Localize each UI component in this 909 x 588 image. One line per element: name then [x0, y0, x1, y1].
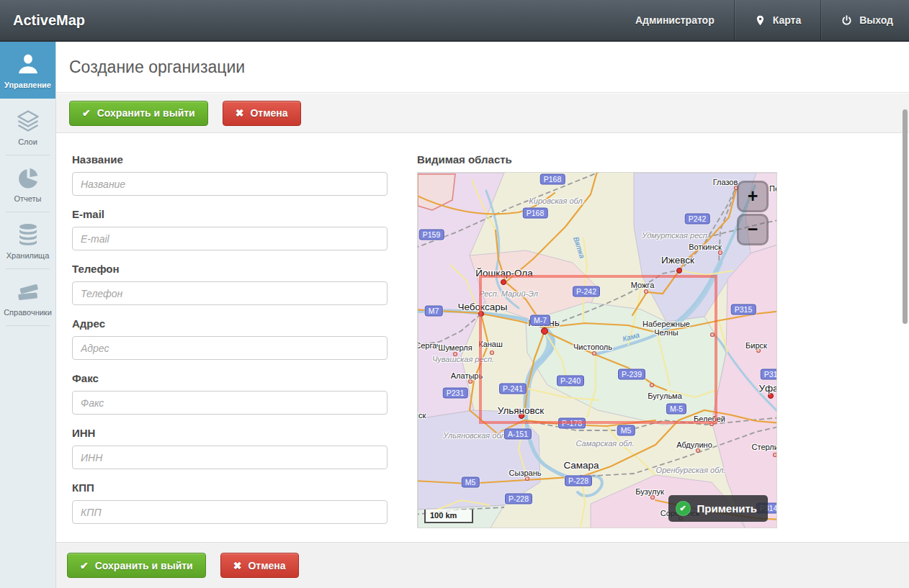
road-badge: Р315 — [761, 369, 777, 380]
road-badge: Р315 — [731, 304, 756, 315]
sidebar-item-management[interactable]: Управление — [0, 42, 55, 99]
map-city-label: Бирск — [745, 341, 767, 350]
sidebar-item-reports[interactable]: Отчеты — [0, 155, 55, 212]
map-region-label: Самарская обл. — [576, 439, 634, 448]
form-content: Название E-mail Телефон Адрес Факс — [56, 134, 909, 542]
map-river-label: Вятка — [572, 236, 586, 260]
kpp-input[interactable] — [72, 500, 388, 524]
email-input[interactable] — [72, 227, 388, 250]
map-city-label: нск — [417, 411, 426, 420]
sidebar-item-label: Отчеты — [14, 194, 41, 203]
cancel-button-label: Отмена — [250, 107, 287, 119]
apply-button-label: Применить — [697, 502, 757, 515]
top-bar-right: Администратор Карта Выход — [616, 0, 909, 40]
cancel-button-bottom[interactable]: ✖ Отмена — [220, 553, 299, 578]
map-city-label: Алатырь — [451, 371, 483, 380]
map-city-label: Ижевск — [661, 255, 694, 266]
map-city-label: Глазов — [713, 178, 738, 186]
sidebar-item-directories[interactable]: Справочники — [0, 269, 55, 326]
field-label: Телефон — [72, 263, 388, 276]
save-and-exit-button[interactable]: ✔ Сохранить и выйти — [69, 101, 208, 126]
power-icon — [841, 14, 853, 27]
form-field-phone: Телефон — [72, 263, 388, 305]
phone-input[interactable] — [72, 281, 388, 305]
map-city-label: Бузулук — [635, 487, 663, 496]
map-pin-icon — [754, 14, 766, 27]
sidebar-item-label: Управление — [4, 81, 51, 89]
map-city-label: Абдулино — [676, 440, 712, 449]
road-badge: Р-228 — [505, 494, 532, 505]
save-button-label: Сохранить и выйти — [95, 560, 193, 571]
field-label: E-mail — [72, 208, 388, 221]
road-badge: М5 — [617, 425, 635, 436]
map-region-label: Оренбургская обл. — [656, 466, 726, 474]
road-badge: Р159 — [419, 230, 444, 240]
visible-area-section: Видимая область — [417, 153, 777, 528]
cancel-button[interactable]: ✖ Отмена — [223, 101, 301, 126]
apply-button[interactable]: ✔ Применить — [668, 495, 768, 522]
save-button-label: Сохранить и выйти — [97, 107, 195, 119]
layers-icon — [15, 108, 41, 134]
fax-input[interactable] — [72, 391, 388, 415]
map-selection[interactable] — [479, 275, 717, 424]
map-city-label: Сызрань — [509, 469, 542, 477]
map-zoom-controls: + − — [737, 181, 769, 247]
form-field-name: Название — [72, 153, 388, 196]
map-region-label: Удмуртская респ. — [642, 231, 709, 240]
sidebar-item-label: Хранилища — [6, 251, 50, 260]
map-link[interactable]: Карта — [735, 0, 821, 40]
road-badge: М7 — [425, 306, 443, 317]
map-link-label: Карта — [773, 14, 802, 26]
map-widget[interactable]: КазаньЧебоксарыЙошкар-ОлаИжевскУльяновск… — [417, 172, 777, 528]
cross-icon: ✖ — [236, 107, 244, 119]
bottom-toolbar: ✔ Сохранить и выйти ✖ Отмена — [56, 542, 909, 588]
road-badge: Р242 — [685, 214, 710, 225]
activemap-window: ActiveMap Администратор Карта Выход — [0, 0, 909, 588]
vertical-scrollbar-thumb[interactable] — [903, 109, 908, 324]
road-badge: Р168 — [523, 208, 548, 219]
field-label: ИНН — [72, 427, 388, 440]
zoom-out-button[interactable]: − — [737, 214, 769, 245]
current-user-label: Администратор — [616, 0, 734, 40]
form-field-fax: Факс — [72, 372, 388, 415]
sidebar: Управление Слои Отчеты Хранилища Справоч… — [0, 42, 56, 588]
inn-input[interactable] — [72, 445, 388, 469]
road-badge: Р-228 — [565, 476, 592, 487]
map-region-label: Кировская обл. — [529, 196, 584, 205]
form-field-inn: ИНН — [72, 427, 388, 469]
map-city-label: Пе — [769, 184, 777, 193]
form-field-address: Адрес — [72, 317, 388, 360]
sidebar-item-layers[interactable]: Слои — [0, 99, 55, 155]
cross-icon: ✖ — [233, 560, 242, 571]
check-circle-icon: ✔ — [676, 501, 691, 516]
field-label: Название — [72, 153, 388, 166]
field-label: КПП — [72, 481, 388, 494]
pie-chart-icon — [15, 165, 41, 191]
name-input[interactable] — [72, 172, 388, 196]
road-badge: А-151 — [504, 429, 532, 440]
zoom-in-button[interactable]: + — [737, 181, 769, 212]
save-and-exit-button-bottom[interactable]: ✔ Сохранить и выйти — [67, 553, 206, 578]
road-badge: М5 — [462, 477, 480, 488]
sidebar-item-storages[interactable]: Хранилища — [0, 212, 55, 269]
map-city-label: Сергач — [417, 341, 441, 350]
logout-button[interactable]: Выход — [821, 0, 909, 40]
check-icon: ✔ — [80, 560, 89, 571]
user-icon — [15, 51, 41, 77]
books-icon — [15, 279, 41, 304]
logout-label: Выход — [859, 14, 893, 26]
address-input[interactable] — [72, 336, 388, 360]
map-city-label: Стерлитамак — [752, 443, 777, 451]
form-field-kpp: КПП — [72, 481, 388, 524]
organization-form: Название E-mail Телефон Адрес Факс — [72, 153, 388, 536]
top-bar: ActiveMap Администратор Карта Выход — [0, 0, 909, 42]
user-name: Администратор — [635, 14, 715, 26]
visible-area-label: Видимая область — [417, 153, 777, 166]
main-panel: Создание организации ✔ Сохранить и выйти… — [56, 42, 909, 588]
app-logo: ActiveMap — [0, 12, 85, 29]
map-scale-bar: 100 km — [424, 510, 473, 523]
map-city-label: Шумерля — [438, 343, 472, 352]
page-title: Создание организации — [56, 58, 245, 77]
database-icon — [15, 222, 41, 248]
sidebar-item-label: Слои — [18, 137, 37, 146]
